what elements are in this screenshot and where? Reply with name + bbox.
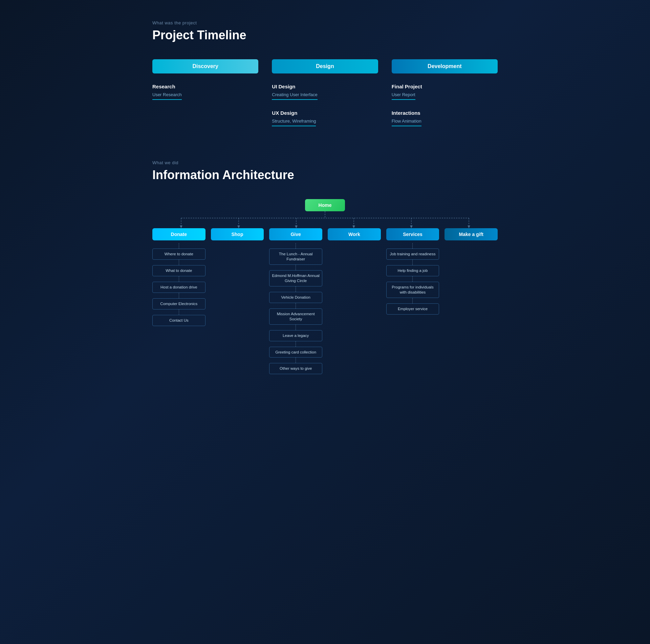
donate-child-1: Where to donate: [152, 249, 205, 260]
give-connector-4: [296, 303, 296, 308]
ux-design-subtitle: Structure, Wireframing: [272, 119, 316, 126]
children-area: Where to donate What to donate Host a do…: [152, 243, 498, 374]
services-children: Job training and readiness Help finding …: [386, 243, 439, 315]
give-connector-2: [296, 265, 296, 270]
final-project-item: Final Project User Report: [392, 84, 498, 100]
shop-button[interactable]: Shop: [211, 228, 264, 240]
give-child-4: Mission Advancement Society: [269, 308, 322, 325]
ia-section: What we did Information Architecture Hom…: [152, 160, 498, 374]
give-connector-7: [296, 358, 296, 363]
donate-child-3: Host a donation drive: [152, 282, 205, 293]
ui-design-title: UI Design: [272, 84, 378, 89]
give-connector-5: [296, 325, 296, 330]
give-child-6: Greeting card collection: [269, 347, 322, 358]
services-child-2: Help finding a job: [386, 265, 439, 276]
design-button[interactable]: Design: [272, 59, 378, 73]
ia-label: What we did: [152, 160, 498, 165]
donate-connector-5: [179, 309, 179, 315]
services-child-4: Employer service: [386, 303, 439, 315]
development-col: Development Final Project User Report In…: [392, 59, 498, 126]
give-children: The Lunch - Annual Fundraiser Edmond M.H…: [269, 243, 322, 374]
ux-design-item: UX Design Structure, Wireframing: [272, 110, 378, 126]
interactions-title: Interactions: [392, 110, 498, 116]
give-child-1: The Lunch - Annual Fundraiser: [269, 249, 322, 265]
discovery-items: Research User Research: [152, 84, 258, 100]
give-connector-3: [296, 286, 296, 292]
give-button[interactable]: Give: [269, 228, 322, 240]
ui-design-item: UI Design Creating User Interface: [272, 84, 378, 100]
timeline-title: Project Timeline: [152, 28, 498, 42]
ia-title: Information Architecture: [152, 168, 498, 182]
svg-marker-9: [352, 226, 355, 228]
nav-row: Donate Shop Give Work Services Make a gi…: [152, 228, 498, 240]
svg-marker-13: [468, 226, 470, 228]
svg-marker-11: [410, 226, 413, 228]
research-title: Research: [152, 84, 258, 89]
give-connector-6: [296, 341, 296, 347]
ux-design-title: UX Design: [272, 110, 378, 116]
services-connector-3: [412, 276, 413, 282]
svg-marker-3: [180, 226, 182, 228]
give-child-5: Leave a legacy: [269, 330, 322, 341]
timeline-section: What was the project Project Timeline Di…: [152, 20, 498, 126]
svg-marker-5: [237, 226, 240, 228]
donate-child-5: Contact Us: [152, 315, 205, 326]
development-items: Final Project User Report Interactions F…: [392, 84, 498, 126]
services-connector-1: [412, 243, 413, 249]
give-child-7: Other ways to give: [269, 363, 322, 374]
services-child-3: Programs for individuals with disabiliti…: [386, 282, 439, 298]
home-node-container: Home: [305, 199, 345, 211]
give-connector-1: [296, 243, 296, 249]
donate-connector-3: [179, 276, 179, 282]
ia-diagram: Home: [152, 199, 498, 374]
interactions-subtitle: Flow Animation: [392, 119, 421, 126]
give-child-3: Vehicle Donation: [269, 292, 322, 303]
services-child-1: Job training and readiness: [386, 249, 439, 260]
design-items: UI Design Creating User Interface UX Des…: [272, 84, 378, 126]
home-button[interactable]: Home: [305, 199, 345, 211]
top-connectors: [152, 211, 498, 228]
work-button[interactable]: Work: [328, 228, 381, 240]
development-button[interactable]: Development: [392, 59, 498, 73]
make-gift-button[interactable]: Make a gift: [445, 228, 498, 240]
ui-design-subtitle: Creating User Interface: [272, 92, 317, 100]
interactions-item: Interactions Flow Animation: [392, 110, 498, 126]
research-item: Research User Research: [152, 84, 258, 100]
give-child-2: Edmond M.Hoffman Annual Giving Circle: [269, 270, 322, 286]
design-col: Design UI Design Creating User Interface…: [272, 59, 378, 126]
donate-button[interactable]: Donate: [152, 228, 205, 240]
svg-marker-7: [295, 226, 298, 228]
timeline-label: What was the project: [152, 20, 498, 25]
timeline-columns: Discovery Research User Research Design …: [152, 59, 498, 126]
final-project-subtitle: User Report: [392, 92, 415, 100]
services-button[interactable]: Services: [386, 228, 439, 240]
donate-children: Where to donate What to donate Host a do…: [152, 243, 205, 326]
donate-connector-2: [179, 260, 179, 265]
donate-connector-4: [179, 293, 179, 298]
research-subtitle: User Research: [152, 92, 182, 100]
donate-child-2: What to donate: [152, 265, 205, 276]
services-connector-4: [412, 298, 413, 303]
services-connector-2: [412, 260, 413, 265]
final-project-title: Final Project: [392, 84, 498, 89]
discovery-button[interactable]: Discovery: [152, 59, 258, 73]
connector-svg: [152, 211, 498, 228]
discovery-col: Discovery Research User Research: [152, 59, 258, 126]
donate-connector-1: [179, 243, 179, 249]
donate-child-4: Computer Electronics: [152, 298, 205, 309]
